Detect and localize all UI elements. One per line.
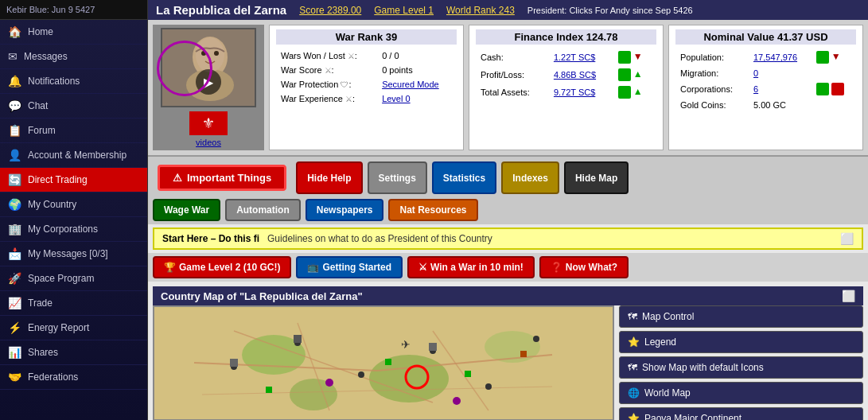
paova-button[interactable]: ⭐ Paova Major Continent	[619, 407, 863, 420]
map-canvas: + −	[153, 305, 614, 420]
war-score-value: 0 points	[379, 64, 455, 76]
finance-panel: Finance Index 124.78 Cash: 1.22T SC$ ▼ P…	[469, 25, 664, 150]
zoom-slider-svg	[158, 328, 173, 375]
profit-value[interactable]: 4.86B SC$	[554, 70, 596, 80]
sidebar-item-chat[interactable]: 💬 Chat	[0, 94, 147, 119]
assets-row: Total Assets: 9.72T SC$ ▲	[477, 84, 655, 100]
important-things-button[interactable]: ⚠ Important Things	[158, 165, 286, 191]
corp-red-icon	[831, 83, 844, 95]
sidebar-item-forum[interactable]: 📋 Forum	[0, 119, 147, 143]
sidebar-item-trade[interactable]: 📈 Trade	[0, 291, 147, 316]
newspapers-button[interactable]: Newspapers	[306, 199, 384, 221]
war-score-icon: ⚔	[325, 66, 332, 75]
map-zoom-controls: + −	[158, 310, 173, 393]
zoom-out-button[interactable]: −	[158, 377, 173, 393]
population-value[interactable]: 17,547,976	[753, 52, 797, 62]
sidebar-label-my-country: My Country	[28, 199, 76, 210]
sidebar-label-my-messages: My Messages [0/3]	[28, 248, 108, 259]
war-experience-row: War Experience ⚔: Level 0	[278, 92, 455, 105]
sidebar-item-energy-report[interactable]: ⚡ Energy Report	[0, 316, 147, 340]
now-what-button[interactable]: ❓ Now What?	[539, 256, 629, 278]
sidebar-label-direct-trading: Direct Trading	[28, 174, 88, 185]
war-experience-value[interactable]: Level 0	[382, 94, 410, 103]
automation-button[interactable]: Automation	[225, 199, 301, 221]
assets-value[interactable]: 9.72T SC$	[554, 88, 595, 97]
svg-point-20	[294, 340, 301, 346]
start-here-description: Guidelines on what to do as President of…	[267, 233, 492, 244]
world-map-icon: 🌐	[628, 387, 640, 399]
game-level-link[interactable]: Game Level 1	[374, 5, 434, 16]
zoom-in-button[interactable]: +	[158, 310, 173, 326]
indexes-button[interactable]: Indexes	[501, 161, 559, 194]
assets-up-icon: ▲	[633, 86, 643, 97]
sidebar-item-my-messages[interactable]: 📩 My Messages [0/3]	[0, 242, 147, 266]
game-level-2-label: Game Level 2 (10 GC!)	[179, 262, 280, 273]
show-map-icon: 🗺	[628, 362, 637, 373]
sidebar-item-space-program[interactable]: 🚀 Space Program	[0, 266, 147, 291]
legend-label: Legend	[644, 336, 676, 348]
show-map-button[interactable]: 🗺 Show Map with default Icons	[619, 356, 863, 379]
wage-war-button[interactable]: Wage War	[153, 199, 220, 221]
sidebar-label-energy-report: Energy Report	[28, 322, 89, 333]
world-map-button[interactable]: 🌐 World Map	[619, 382, 863, 404]
president-info: President: Clicks For Andy since Sep 542…	[527, 6, 693, 15]
country-flag: ⚜	[189, 111, 228, 136]
zoom-slider[interactable]	[158, 328, 173, 375]
sidebar-label-my-corporations: My Corporations	[28, 224, 98, 235]
nominal-table: Population: 17,547,976 ▼ Migration: 0 Co…	[675, 48, 856, 113]
getting-started-button[interactable]: 📺 Getting Started	[296, 256, 403, 278]
war-protection-value[interactable]: Secured Mode	[382, 80, 439, 89]
game-level-2-button[interactable]: 🏆 Game Level 2 (10 GC!)	[153, 256, 291, 278]
svg-point-19	[231, 364, 237, 370]
cash-row: Cash: 1.22T SC$ ▼	[477, 49, 655, 65]
sidebar-item-shares[interactable]: 📊 Shares	[0, 340, 147, 365]
wars-won-lost-row: Wars Won / Lost ⚔: 0 / 0	[278, 49, 455, 62]
statistics-button[interactable]: Statistics	[432, 161, 496, 194]
svg-point-12	[290, 379, 337, 410]
sidebar-item-federations[interactable]: 🤝 Federations	[0, 365, 147, 390]
finance-title: Finance Index 124.78	[476, 29, 656, 45]
world-rank-link[interactable]: World Rank 243	[446, 5, 515, 16]
hide-help-button[interactable]: Hide Help	[296, 161, 362, 194]
messages-icon: ✉	[8, 50, 18, 63]
nat-resources-button[interactable]: Nat Resources	[388, 199, 477, 221]
map-expand-icon[interactable]: ⬜	[842, 290, 855, 302]
legend-button[interactable]: ⭐ Legend	[619, 331, 863, 353]
sidebar-item-messages[interactable]: ✉ Messages	[0, 45, 147, 69]
svg-rect-25	[230, 359, 238, 367]
cash-value[interactable]: 1.22T SC$	[554, 52, 595, 62]
map-container: + −	[153, 305, 863, 420]
start-here-label: Start Here – Do this fi	[162, 233, 259, 244]
war-protection-icon: 🛡	[341, 80, 348, 89]
hide-map-button[interactable]: Hide Map	[564, 161, 629, 194]
svg-point-4	[201, 51, 206, 56]
corporations-value[interactable]: 6	[753, 84, 758, 94]
war-rank-title: War Rank 39	[276, 29, 457, 45]
play-button[interactable]: ▶	[196, 69, 221, 95]
my-messages-icon: 📩	[8, 247, 21, 260]
settings-button[interactable]: Settings	[368, 161, 427, 194]
war-experience-icon: ⚔	[345, 95, 352, 103]
map-control-label: Map Control	[642, 311, 694, 322]
war-experience-label: War Experience ⚔:	[278, 92, 377, 105]
win-war-button[interactable]: ⚔ Win a War in 10 min!	[407, 256, 535, 278]
sidebar-world-date: Kebir Blue: Jun 9 5427	[6, 5, 95, 14]
migration-value[interactable]: 0	[753, 68, 758, 78]
sidebar-item-home[interactable]: 🏠 Home	[0, 20, 147, 45]
map-control-button[interactable]: 🗺 Map Control	[619, 305, 863, 328]
country-name: La Republica del Zarna	[156, 3, 286, 17]
sidebar-item-my-country[interactable]: 🌍 My Country	[0, 192, 147, 217]
sidebar-item-direct-trading[interactable]: 🔄 Direct Trading	[0, 168, 147, 192]
sidebar-item-account[interactable]: 👤 Account & Membership	[0, 143, 147, 168]
svg-point-3	[196, 37, 224, 72]
sidebar-header: Kebir Blue: Jun 9 5427	[0, 0, 147, 20]
score-link[interactable]: Score 2389.00	[299, 5, 361, 16]
svg-point-23	[485, 383, 492, 390]
sidebar-item-my-corporations[interactable]: 🏢 My Corporations	[0, 217, 147, 242]
home-icon: 🏠	[8, 25, 21, 38]
nominal-title: Nominal Value 41.37 USD	[675, 29, 856, 45]
profit-row: Profit/Loss: 4.86B SC$ ▲	[477, 67, 655, 83]
sidebar-item-notifications[interactable]: 🔔 Notifications	[0, 69, 147, 94]
sidebar-label-forum: Forum	[28, 125, 56, 136]
videos-link[interactable]: videos	[196, 138, 221, 147]
